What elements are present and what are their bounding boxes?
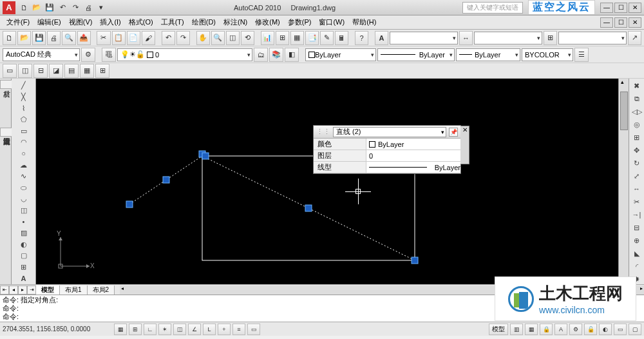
hardware-icon[interactable]: ◐ (599, 324, 612, 335)
panel-titlebar[interactable]: ⋮⋮ 直线 (2) 📌 (314, 126, 460, 139)
color-dropdown[interactable]: ByLayer (305, 48, 376, 61)
zoom-window-button[interactable]: ◫ (226, 31, 240, 45)
zoom-button[interactable]: 🔍 (211, 31, 225, 45)
menu-view[interactable]: 视图(V) (65, 16, 97, 28)
calc-button[interactable]: 🖩 (335, 31, 348, 45)
menu-insert[interactable]: 插入(I) (96, 16, 124, 28)
qview-drawings-icon[interactable]: ▦ (525, 324, 538, 335)
isolate-icon[interactable]: ▭ (614, 324, 627, 335)
line-tool[interactable]: ╱ (18, 80, 30, 92)
qv-tab-icon[interactable]: ⊞ (95, 64, 109, 78)
xline-tool[interactable]: ╳ (18, 92, 30, 103)
erase-tool[interactable]: ✖ (631, 81, 643, 92)
dyn-toggle[interactable]: + (218, 324, 231, 335)
grip-icon[interactable]: ⋮⋮ (316, 128, 330, 136)
sheet-button[interactable]: 📑 (305, 31, 319, 45)
region-tool[interactable]: ▢ (18, 250, 30, 262)
block-tool[interactable]: ◫ (18, 205, 30, 217)
workspace-dropdown[interactable]: AutoCAD 经典 (3, 48, 80, 61)
tab-layout2[interactable]: 布局2 (88, 286, 115, 295)
join-tool[interactable]: ⊕ (631, 235, 643, 246)
designcenter-button[interactable]: ⊞ (276, 31, 289, 45)
chamfer-tool[interactable]: ◣ (631, 248, 643, 258)
osnap-toggle[interactable]: ◫ (173, 324, 186, 335)
stretch-tool[interactable]: ↔ (631, 184, 643, 195)
plot-button[interactable]: 🖨 (47, 31, 61, 45)
menu-help[interactable]: 帮助(H) (348, 16, 380, 28)
layer-dropdown[interactable]: 💡 ☀ 🔓 0 (117, 48, 252, 61)
polyline-tool[interactable]: ⌇ (18, 102, 30, 114)
dimstyle-dropdown[interactable] (474, 32, 542, 44)
zoom-prev-button[interactable]: ⟲ (241, 31, 254, 45)
drawing-canvas[interactable]: X Y ⋮⋮ 直线 (2) 📌 ✕ 颜色 ByLayer 图层 (36, 79, 618, 284)
tab-model[interactable]: 模型 (36, 286, 60, 295)
list-button[interactable]: ☰ (574, 48, 589, 62)
arc-tool[interactable]: ◠ (18, 137, 30, 148)
match-button[interactable]: 🖌 (142, 31, 155, 45)
spline-tool[interactable]: ∿ (18, 171, 30, 182)
prop-tab-icon[interactable]: ▭ (3, 64, 17, 78)
extend-tool[interactable]: →| (631, 209, 643, 220)
revcloud-tool[interactable]: ☁ (18, 159, 30, 171)
doc-close-button[interactable]: ✕ (629, 17, 641, 28)
panel-close-strip[interactable]: ✕ (460, 126, 469, 164)
lwt-toggle[interactable]: ≡ (232, 324, 245, 335)
grid-toggle[interactable]: ⊞ (129, 324, 142, 335)
copy-tool[interactable]: ⧉ (631, 94, 643, 104)
tablestyle-dropdown[interactable] (558, 32, 627, 44)
external-tab-icon[interactable]: ⊟ (33, 64, 48, 78)
quick-properties-panel[interactable]: ⋮⋮ 直线 (2) 📌 ✕ 颜色 ByLayer 图层 0 线型 (313, 125, 461, 174)
menu-modify[interactable]: 修改(M) (251, 16, 284, 28)
next-tab-icon[interactable]: ▸ (18, 286, 27, 295)
redo-button[interactable]: ↷ (176, 31, 190, 45)
snap-toggle[interactable]: ▦ (114, 324, 127, 335)
plotstyle-dropdown[interactable]: BYCOLOR (522, 48, 573, 61)
print-icon[interactable]: 🖨 (82, 2, 94, 14)
first-tab-icon[interactable]: ⇤ (0, 286, 9, 295)
properties-button[interactable]: 📊 (261, 31, 274, 45)
circle-tool[interactable]: ○ (18, 148, 30, 160)
ribbon-tab-icon[interactable]: ▤ (64, 64, 79, 78)
publish-button[interactable]: 📤 (77, 31, 91, 45)
menu-format[interactable]: 格式(O) (125, 16, 157, 28)
menu-tools[interactable]: 工具(T) (157, 16, 188, 28)
undo-button[interactable]: ↶ (162, 31, 175, 45)
save-button[interactable]: 💾 (32, 31, 46, 45)
tp-tab-icon[interactable]: ▦ (80, 64, 94, 78)
text-style-icon[interactable]: A (375, 31, 388, 45)
mirror-tool[interactable]: ◁▷ (631, 107, 643, 117)
array-tool[interactable]: ⊞ (631, 133, 643, 143)
menu-window[interactable]: 窗口(W) (315, 16, 348, 28)
app-icon[interactable]: A (3, 1, 15, 14)
annoscale-icon[interactable]: 🔒 (540, 324, 553, 335)
minimize-button[interactable]: — (600, 3, 613, 13)
prop-value-color[interactable]: ByLayer (366, 140, 460, 148)
maximize-button[interactable]: ☐ (614, 3, 627, 13)
textstyle-dropdown[interactable] (390, 32, 458, 44)
paste-button[interactable]: 📄 (127, 31, 140, 45)
menu-param[interactable]: 参数(P) (284, 16, 316, 28)
layermgr-tab-icon[interactable]: ◫ (18, 64, 32, 78)
infocenter-search[interactable]: 键入关键字或短语 (462, 2, 523, 14)
trim-tool[interactable]: ✂ (631, 197, 643, 207)
qp-toggle[interactable]: ▭ (247, 324, 260, 335)
linetype-dropdown[interactable]: ByLayer (377, 48, 455, 61)
markup-button[interactable]: ✎ (320, 31, 334, 45)
ws-switch-icon[interactable]: ⚙ (569, 324, 582, 335)
last-tab-icon[interactable]: ⇥ (27, 286, 36, 295)
help-button[interactable]: ? (355, 31, 368, 45)
menu-draw[interactable]: 绘图(D) (188, 16, 220, 28)
close-button[interactable]: ✕ (629, 3, 641, 13)
clean-screen-icon[interactable]: ▢ (629, 324, 641, 335)
offset-tool[interactable]: ◎ (631, 120, 643, 130)
prop-value-layer[interactable]: 0 (366, 152, 460, 160)
move-tool[interactable]: ✥ (631, 146, 643, 156)
menu-file[interactable]: 文件(F) (3, 16, 33, 28)
vertical-scrollbar[interactable] (618, 79, 629, 284)
tab-layout1[interactable]: 布局1 (60, 286, 88, 295)
qview-layouts-icon[interactable]: ▥ (510, 324, 523, 335)
model-space-button[interactable]: 模型 (489, 324, 508, 335)
polygon-tool[interactable]: ⬠ (18, 114, 30, 126)
menu-edit[interactable]: 编辑(E) (33, 16, 65, 28)
menu-dim[interactable]: 标注(N) (220, 16, 251, 28)
